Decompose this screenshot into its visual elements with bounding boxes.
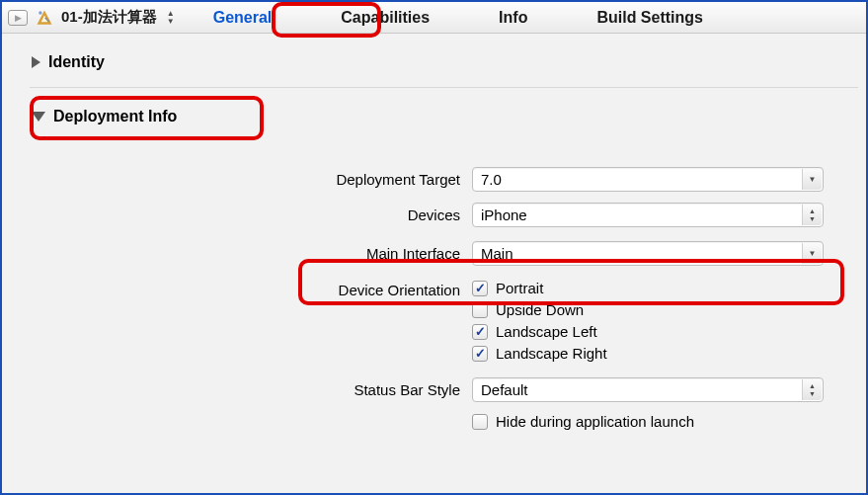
- devices-value: iPhone: [481, 206, 527, 223]
- row-deployment-target: Deployment Target 7.0: [30, 167, 840, 192]
- section-deployment: Deployment Info Deployment Target 7.0 De…: [30, 88, 866, 451]
- label-portrait: Portrait: [496, 280, 543, 296]
- row-devices: Devices iPhone: [30, 203, 840, 227]
- label-status-bar: Status Bar Style: [30, 381, 472, 398]
- checkbox-upside-down[interactable]: [472, 302, 488, 318]
- label-deployment-target: Deployment Target: [30, 171, 472, 188]
- top-bar: ▶ 01-加法计算器 ▲▼ General Capabilities Info …: [2, 2, 866, 34]
- tab-info[interactable]: Info: [493, 5, 533, 30]
- run-icon[interactable]: ▶: [8, 10, 28, 26]
- deployment-target-combobox[interactable]: 7.0: [472, 167, 824, 192]
- chevron-down-icon[interactable]: [32, 112, 45, 122]
- label-landscape-right: Landscape Right: [496, 345, 607, 362]
- chevron-down-icon[interactable]: [802, 169, 822, 190]
- tab-build-settings[interactable]: Build Settings: [591, 5, 709, 30]
- chevron-down-icon[interactable]: [802, 243, 822, 264]
- orientation-portrait[interactable]: Portrait: [472, 280, 543, 296]
- svg-point-0: [39, 11, 41, 14]
- status-bar-value: Default: [481, 381, 528, 398]
- deployment-target-value: 7.0: [481, 171, 502, 188]
- target-icon: [34, 7, 55, 29]
- section-identity-head[interactable]: Identity: [30, 47, 866, 77]
- orientation-upside-down[interactable]: Upside Down: [472, 301, 584, 318]
- section-deployment-title: Deployment Info: [53, 108, 177, 125]
- updown-icon[interactable]: [802, 379, 822, 400]
- row-orientation: Device Orientation Portrait Upside Down …: [30, 280, 840, 367]
- row-status-bar: Status Bar Style Default: [30, 377, 840, 402]
- main-interface-value: Main: [481, 245, 513, 262]
- updown-icon[interactable]: [802, 205, 822, 225]
- tab-bar: General Capabilities Info Build Settings: [207, 5, 709, 30]
- label-upside-down: Upside Down: [496, 301, 584, 318]
- tab-general[interactable]: General: [207, 5, 278, 30]
- label-landscape-left: Landscape Left: [496, 323, 597, 340]
- editor-panel: Identity Deployment Info Deployment Targ…: [2, 34, 866, 451]
- orientation-landscape-right[interactable]: Landscape Right: [472, 345, 607, 362]
- row-hide-during-launch: Hide during application launch: [30, 413, 840, 435]
- checkbox-landscape-right[interactable]: [472, 346, 488, 362]
- main-interface-combobox[interactable]: Main: [472, 241, 824, 266]
- target-name[interactable]: 01-加法计算器: [61, 8, 157, 27]
- section-identity: Identity: [30, 41, 866, 87]
- chevron-right-icon[interactable]: [32, 56, 40, 68]
- section-identity-title: Identity: [48, 53, 105, 71]
- checkbox-portrait[interactable]: [472, 281, 488, 296]
- hide-during-launch[interactable]: Hide during application launch: [472, 413, 694, 430]
- status-bar-popup[interactable]: Default: [472, 377, 824, 402]
- orientation-landscape-left[interactable]: Landscape Left: [472, 323, 597, 340]
- target-stepper[interactable]: ▲▼: [167, 10, 180, 26]
- label-hide-during-launch: Hide during application launch: [496, 413, 694, 430]
- checkbox-hide-during-launch[interactable]: [472, 414, 488, 430]
- checkbox-landscape-left[interactable]: [472, 324, 488, 340]
- label-main-interface: Main Interface: [30, 245, 472, 262]
- label-orientation: Device Orientation: [30, 280, 472, 298]
- deployment-form: Deployment Target 7.0 Devices iPhone: [30, 131, 866, 435]
- row-main-interface: Main Interface Main: [30, 241, 840, 266]
- devices-popup[interactable]: iPhone: [472, 203, 824, 227]
- tab-capabilities[interactable]: Capabilities: [335, 5, 435, 30]
- section-deployment-head[interactable]: Deployment Info: [30, 94, 866, 131]
- label-devices: Devices: [30, 206, 472, 223]
